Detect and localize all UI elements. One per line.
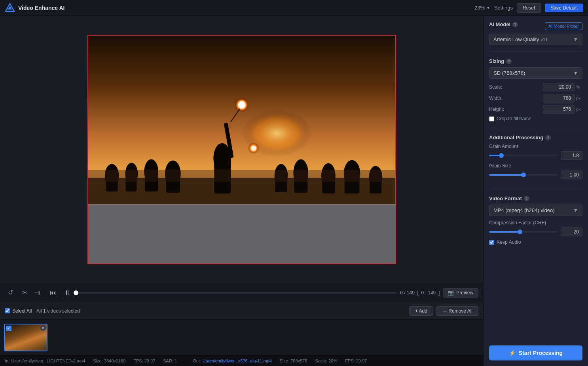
reload-button[interactable]: ↺ <box>5 287 16 298</box>
thumbnail-close-icon[interactable]: ✕ <box>40 325 46 331</box>
ai-model-dropdown[interactable]: Artemis Low Quality v11 ▼ <box>489 34 582 45</box>
grain-amount-value[interactable]: 1.8 <box>561 151 582 160</box>
frame-total: 149 <box>407 290 415 296</box>
topbar: Video Enhance AI 23% ▼ Settings Reset Sa… <box>0 0 588 16</box>
sizing-chevron-icon: ▼ <box>573 70 578 76</box>
compression-row: Compression Factor (CRF) 20 <box>489 220 582 236</box>
grain-amount-track[interactable] <box>489 155 558 156</box>
crop-checkbox[interactable] <box>489 116 494 121</box>
grain-amount-slider-row: 1.8 <box>489 151 582 160</box>
select-all-label: Select All <box>12 308 32 314</box>
reset-button[interactable]: Reset <box>517 3 541 13</box>
video-format-value: MP4 (mpeg4 (h264) video) <box>493 207 555 213</box>
svg-point-2 <box>9 7 11 9</box>
sizing-section: Sizing ? SD (768x576) ▼ Scale: 20.00 % W… <box>489 58 582 121</box>
zoom-chevron-icon: ▼ <box>486 6 490 10</box>
compression-fill <box>489 231 520 233</box>
compression-track[interactable] <box>489 231 558 233</box>
keep-audio-checkbox[interactable] <box>489 240 494 245</box>
in-label: In: <box>5 358 9 363</box>
preview-button[interactable]: 📷 Preview <box>443 288 478 298</box>
grain-size-track[interactable] <box>489 174 558 176</box>
ai-model-section: AI Model ? AI Model Picker Artemis Low Q… <box>489 21 582 45</box>
sizing-value: SD (768x576) <box>493 70 525 76</box>
ai-model-name: Artemis Low Quality <box>493 36 539 42</box>
video-format-title: Video Format ? <box>489 195 582 201</box>
grain-size-value[interactable]: 1.00 <box>561 171 582 179</box>
height-value[interactable]: 576 <box>543 105 575 114</box>
thumbnail-item[interactable]: ✓ ✕ <box>4 324 47 351</box>
ai-model-dropdown-value: Artemis Low Quality v11 <box>493 36 548 42</box>
in-file: Users/emilydwor...LIGHTENED-2.mp4 <box>11 358 85 363</box>
grain-size-row: Grain Size 1.00 <box>489 163 582 179</box>
cut-button[interactable]: ✂ <box>19 287 30 298</box>
grain-size-slider-row: 1.00 <box>489 171 582 179</box>
scale-row: Scale: 20.00 % <box>489 83 582 91</box>
height-label: Height: <box>489 106 504 112</box>
save-default-button[interactable]: Save Default <box>545 4 583 12</box>
select-all-checkbox[interactable] <box>5 308 10 313</box>
split-button[interactable]: ⊣⊢ <box>33 287 44 298</box>
filmstrip-actions: + Add — Remove All <box>409 306 478 316</box>
status-bar: In: Users/emilydwor...LIGHTENED-2.mp4 Si… <box>0 355 483 366</box>
range-bracket-close: ] <box>437 290 440 296</box>
frame-current: 0 <box>400 290 403 296</box>
compression-label: Compression Factor (CRF) <box>489 220 582 226</box>
sizing-help-icon[interactable]: ? <box>506 59 512 64</box>
grain-amount-label: Grain Amount <box>489 144 582 149</box>
video-format-section: Video Format ? MP4 (mpeg4 (h264) video) … <box>489 195 582 245</box>
scale-unit: % <box>576 85 582 89</box>
additional-help-icon[interactable]: ? <box>545 135 551 140</box>
controls-bar: ↺ ✂ ⊣⊢ ⏮ ⏸ 0 / 149 [ 0 : 149 ] <box>0 283 483 302</box>
width-value[interactable]: 768 <box>543 94 575 102</box>
sizing-dropdown[interactable]: SD (768x576) ▼ <box>489 67 582 79</box>
out-size: Size: 768x576 <box>280 358 307 363</box>
ai-model-title: AI Model ? <box>489 21 518 27</box>
ai-model-chevron-icon: ▼ <box>573 36 578 42</box>
camera-icon: 📷 <box>448 290 454 296</box>
video-format-dropdown[interactable]: MP4 (mpeg4 (h264) video) ▼ <box>489 205 582 216</box>
grain-size-label: Grain Size <box>489 163 582 169</box>
main-content: ↺ ✂ ⊣⊢ ⏮ ⏸ 0 / 149 [ 0 : 149 ] <box>0 16 588 366</box>
video-format-help-icon[interactable]: ? <box>524 196 529 201</box>
remove-all-button[interactable]: — Remove All <box>436 306 478 316</box>
additional-title: Additional Processing ? <box>489 135 582 140</box>
play-pause-button[interactable]: ⏸ <box>62 287 73 298</box>
skip-back-button[interactable]: ⏮ <box>47 287 59 298</box>
video-frame <box>87 35 396 264</box>
ai-model-help-icon[interactable]: ? <box>512 22 518 27</box>
sizing-title: Sizing ? <box>489 58 582 64</box>
range-bracket-open: [ <box>416 290 420 296</box>
range-start: 0 <box>421 290 424 296</box>
select-all-row[interactable]: Select All <box>5 308 32 314</box>
divider-3 <box>489 189 582 189</box>
zoom-display[interactable]: 23% ▼ <box>474 5 490 11</box>
progress-track[interactable] <box>76 292 397 294</box>
progress-section[interactable] <box>76 292 397 294</box>
height-row: Height: 576 px <box>489 105 582 114</box>
compression-thumb[interactable] <box>518 229 522 234</box>
compression-value[interactable]: 20 <box>561 228 582 236</box>
width-label: Width: <box>489 95 503 101</box>
add-button[interactable]: + Add <box>409 306 433 316</box>
crop-row: Crop to fill frame <box>489 116 582 121</box>
grain-size-thumb[interactable] <box>521 173 526 177</box>
divider-1 <box>489 51 582 52</box>
range-end: 149 <box>428 290 436 296</box>
height-unit: px <box>576 107 582 112</box>
svg-point-21 <box>250 145 256 151</box>
in-size: Size: 3840x2160 <box>93 358 125 363</box>
scale-value[interactable]: 20.00 <box>543 83 575 91</box>
grain-amount-thumb[interactable] <box>499 153 504 158</box>
thumbnail-check-icon: ✓ <box>6 326 11 331</box>
app-title: Video Enhance AI <box>18 5 64 11</box>
progress-thumb[interactable] <box>74 290 78 295</box>
width-unit: px <box>576 96 582 101</box>
out-file-link[interactable]: Users/emilydwor...x576_alq-11.mp4 <box>203 358 272 363</box>
svg-point-18 <box>238 101 246 109</box>
ai-model-version: v11 <box>541 37 548 42</box>
start-processing-button[interactable]: ⚡ Start Processing <box>489 345 582 360</box>
frame-slash: / <box>404 290 407 296</box>
in-sar: SAR: 1 <box>163 358 177 363</box>
ai-model-picker-button[interactable]: AI Model Picker <box>545 22 582 30</box>
